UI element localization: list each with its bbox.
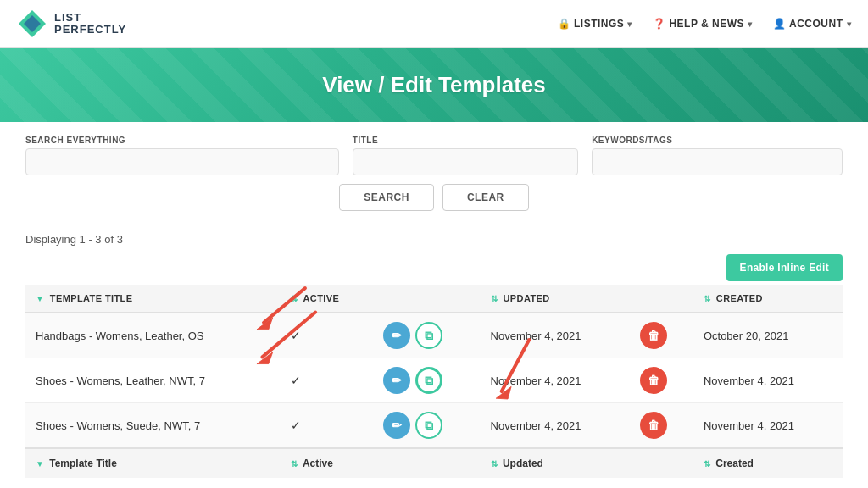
col-template-title[interactable]: ▼ TEMPLATE TITLE <box>25 285 281 313</box>
search-everything-label: SEARCH EVERYTHING <box>25 136 339 145</box>
clear-button[interactable]: CLEAR <box>442 184 529 211</box>
edit-button[interactable]: ✏ <box>383 412 410 439</box>
search-row: SEARCH EVERYTHING TITLE KEYWORDS/TAGS <box>25 136 843 175</box>
keywords-label: KEYWORDS/TAGS <box>592 136 843 145</box>
row-created: October 20, 2021 <box>693 313 843 358</box>
delete-button[interactable]: 🗑 <box>640 322 667 349</box>
nav-listings[interactable]: 🔒 LISTINGS ▾ <box>558 18 632 30</box>
logo-diamond-icon <box>17 8 47 39</box>
nav-listings-label: LISTINGS <box>574 18 624 30</box>
col-created[interactable]: ⇅ CREATED <box>693 285 843 313</box>
table-header: ▼ TEMPLATE TITLE ⇅ ACTIVE ⇅ UPDATED ⇅ CR… <box>25 285 843 313</box>
actions-cell: ✏ ⧉ <box>383 322 470 349</box>
logo-text: LIST PERFECTLY <box>54 12 126 36</box>
search-buttons: SEARCH CLEAR <box>25 184 843 211</box>
main-nav: 🔒 LISTINGS ▾ ❓ HELP & NEWS ▾ 👤 ACCOUNT ▾ <box>558 18 851 30</box>
table-wrapper: ▼ TEMPLATE TITLE ⇅ ACTIVE ⇅ UPDATED ⇅ CR… <box>0 285 868 488</box>
footer-title[interactable]: ▼ Template Title <box>25 448 281 478</box>
row-delete: 🗑 <box>630 403 693 449</box>
sort-icon: ⇅ <box>704 459 710 469</box>
search-everything-field: SEARCH EVERYTHING <box>25 136 339 175</box>
title-field: TITLE <box>353 136 578 175</box>
row-updated: November 4, 2021 <box>481 403 630 449</box>
table-body: Handbags - Womens, Leather, OS ✓ ✏ ⧉ Nov… <box>25 313 843 448</box>
nav-account-label: ACCOUNT <box>789 18 843 30</box>
delete-button[interactable]: 🗑 <box>640 367 667 394</box>
templates-table: ▼ TEMPLATE TITLE ⇅ ACTIVE ⇅ UPDATED ⇅ CR… <box>25 285 843 478</box>
nav-help[interactable]: ❓ HELP & NEWS ▾ <box>653 18 753 30</box>
table-footer: ▼ Template Title ⇅ Active ⇅ Updated ⇅ Cr… <box>25 448 843 478</box>
edit-button[interactable]: ✏ <box>383 322 410 349</box>
table-row: Shoes - Womens, Suede, NWT, 7 ✓ ✏ ⧉ Nove… <box>25 403 843 449</box>
hero-banner: View / Edit Templates <box>0 48 868 122</box>
row-delete: 🗑 <box>630 313 693 358</box>
row-updated: November 4, 2021 <box>481 313 630 358</box>
active-checkmark: ✓ <box>291 374 301 387</box>
footer-actions <box>373 448 480 478</box>
footer-created[interactable]: ⇅ Created <box>693 448 843 478</box>
table-row: Shoes - Womens, Leather, NWT, 7 ✓ ✏ ⧉ No… <box>25 358 843 403</box>
copy-button[interactable]: ⧉ <box>415 322 442 349</box>
table-row: Handbags - Womens, Leather, OS ✓ ✏ ⧉ Nov… <box>25 313 843 358</box>
sort-icon: ⇅ <box>491 459 498 469</box>
active-checkmark: ✓ <box>291 419 301 432</box>
col-delete <box>630 285 693 313</box>
title-label: TITLE <box>353 136 578 145</box>
chevron-down-icon: ▾ <box>847 19 852 29</box>
row-actions: ✏ ⧉ <box>373 403 480 449</box>
chevron-down-icon: ▾ <box>627 19 632 29</box>
row-active: ✓ <box>281 313 373 358</box>
sort-icon: ▼ <box>36 459 44 469</box>
sort-icon: ⇅ <box>491 294 498 303</box>
sort-icon: ⇅ <box>291 459 298 469</box>
row-actions: ✏ ⧉ <box>373 313 480 358</box>
search-section: SEARCH EVERYTHING TITLE KEYWORDS/TAGS SE… <box>0 122 868 228</box>
chevron-down-icon: ▾ <box>748 19 753 29</box>
col-updated[interactable]: ⇅ UPDATED <box>481 285 630 313</box>
lock-icon: 🔒 <box>558 18 571 30</box>
page-title: View / Edit Templates <box>17 72 851 98</box>
header: LIST PERFECTLY 🔒 LISTINGS ▾ ❓ HELP & NEW… <box>0 0 868 48</box>
delete-button[interactable]: 🗑 <box>640 412 667 439</box>
footer-active[interactable]: ⇅ Active <box>281 448 373 478</box>
row-title: Shoes - Womens, Suede, NWT, 7 <box>25 403 281 449</box>
edit-button[interactable]: ✏ <box>383 367 410 394</box>
row-active: ✓ <box>281 358 373 403</box>
copy-button[interactable]: ⧉ <box>415 367 442 394</box>
row-updated: November 4, 2021 <box>481 358 630 403</box>
row-created: November 4, 2021 <box>693 358 843 403</box>
footer-updated[interactable]: ⇅ Updated <box>481 448 630 478</box>
nav-account[interactable]: 👤 ACCOUNT ▾ <box>773 18 852 30</box>
active-checkmark: ✓ <box>291 329 301 342</box>
table-actions: Enable Inline Edit <box>0 249 868 285</box>
enable-inline-edit-button[interactable]: Enable Inline Edit <box>726 254 843 281</box>
sort-icon: ⇅ <box>291 294 298 303</box>
row-active: ✓ <box>281 403 373 449</box>
row-created: November 4, 2021 <box>693 403 843 449</box>
row-delete: 🗑 <box>630 358 693 403</box>
row-actions: ✏ ⧉ <box>373 358 480 403</box>
keywords-field: KEYWORDS/TAGS <box>592 136 843 175</box>
row-title: Handbags - Womens, Leather, OS <box>25 313 281 358</box>
display-count: Displaying 1 - 3 of 3 <box>0 228 868 249</box>
title-input[interactable] <box>353 148 578 175</box>
search-everything-input[interactable] <box>25 148 339 175</box>
copy-button[interactable]: ⧉ <box>415 412 442 439</box>
sort-icon: ⇅ <box>704 294 710 303</box>
col-active[interactable]: ⇅ ACTIVE <box>281 285 373 313</box>
row-title: Shoes - Womens, Leather, NWT, 7 <box>25 358 281 403</box>
logo-list: LIST <box>54 12 126 24</box>
logo[interactable]: LIST PERFECTLY <box>17 8 126 39</box>
actions-cell: ✏ ⧉ <box>383 367 470 394</box>
logo-perfectly: PERFECTLY <box>54 24 126 36</box>
help-icon: ❓ <box>653 18 666 30</box>
search-button[interactable]: SEARCH <box>339 184 434 211</box>
account-icon: 👤 <box>773 18 787 30</box>
keywords-input[interactable] <box>592 148 843 175</box>
footer-delete <box>630 448 693 478</box>
actions-cell: ✏ ⧉ <box>383 412 470 439</box>
col-edit-copy <box>373 285 480 313</box>
sort-icon: ▼ <box>36 294 44 303</box>
nav-help-label: HELP & NEWS <box>669 18 744 30</box>
